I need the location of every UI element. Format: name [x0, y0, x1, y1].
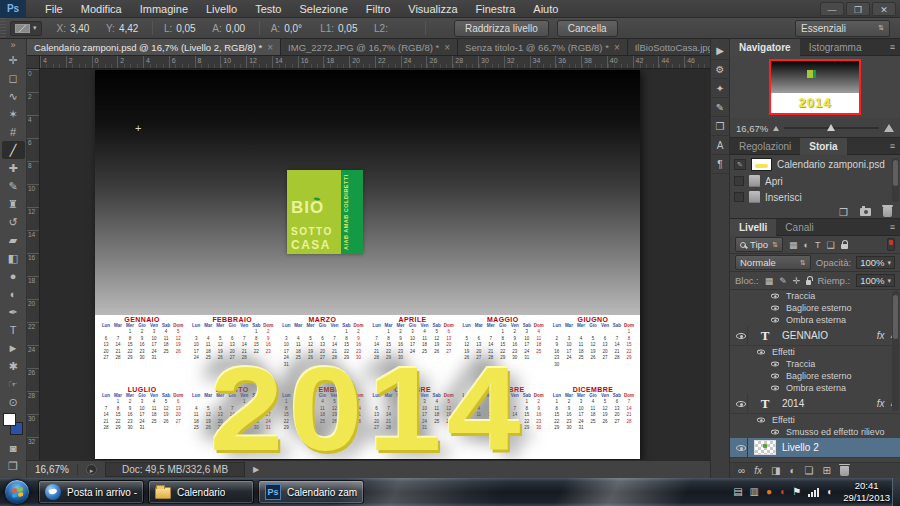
pen-tool[interactable]: ✒ — [2, 303, 25, 321]
menu-livello[interactable]: Livello — [197, 1, 246, 17]
history-source-checkbox[interactable] — [734, 176, 744, 186]
tab-istogramma[interactable]: Istogramma — [800, 39, 871, 56]
lock-pixels-icon[interactable]: ✎ — [779, 276, 787, 286]
layer-effects-badge[interactable]: fx — [877, 330, 885, 341]
magic-wand-tool[interactable]: ✶ — [2, 105, 25, 123]
zoom-slider[interactable] — [784, 127, 879, 129]
status-menu-icon[interactable]: ▸ — [86, 464, 97, 475]
layer-style-fx-icon[interactable]: fx — [754, 465, 762, 476]
zoom-slider-thumb[interactable] — [827, 124, 835, 131]
tray-app-orange-icon[interactable]: ● — [766, 487, 772, 497]
tab-livelli[interactable]: Livelli — [730, 219, 776, 236]
move-tool[interactable]: ✛ — [2, 51, 25, 69]
menu-immagine[interactable]: Immagine — [131, 1, 197, 17]
new-group-icon[interactable]: ❏ — [804, 465, 813, 476]
shape-tool[interactable]: ✱ — [2, 357, 25, 375]
clone-stamp-tool[interactable]: ♜ — [2, 195, 25, 213]
menu-selezione[interactable]: Selezione — [290, 1, 356, 17]
tray-network-bars-icon[interactable] — [808, 487, 819, 497]
character-panel-icon[interactable]: A — [711, 136, 729, 155]
layer-effects-badge[interactable]: fx — [877, 398, 885, 409]
tab-storia[interactable]: Storia — [800, 138, 846, 155]
visibility-eye-icon[interactable] — [771, 362, 779, 367]
visibility-eye-icon[interactable] — [736, 333, 746, 339]
visibility-eye-icon[interactable] — [771, 430, 779, 435]
adjustment-layer-icon[interactable]: ◐ — [789, 465, 795, 476]
crop-tool[interactable]: # — [2, 123, 25, 141]
history-state-row[interactable]: Apri — [730, 173, 900, 189]
foreground-color-swatch[interactable] — [3, 413, 16, 426]
visibility-eye-icon[interactable] — [771, 306, 779, 311]
tab-canali[interactable]: Canali — [776, 219, 822, 236]
visibility-eye-icon[interactable] — [771, 318, 779, 323]
menu-modifica[interactable]: Modifica — [72, 1, 131, 17]
delete-state-trash-icon[interactable] — [883, 207, 892, 217]
minimize-button[interactable]: — — [820, 2, 844, 16]
menu-visualizza[interactable]: Visualizza — [399, 1, 466, 17]
brush-panel-icon[interactable]: ✎ — [711, 98, 729, 117]
dodge-tool[interactable]: ◐ — [2, 285, 25, 303]
ruler-corner[interactable] — [27, 56, 40, 69]
show-desktop-button[interactable] — [892, 478, 900, 506]
close-button[interactable]: ✕ — [872, 2, 896, 16]
opacity-field[interactable]: 100% ▾ — [856, 256, 895, 269]
raddrizza-livello-button[interactable]: Raddrizza livello — [454, 20, 549, 37]
taskbar-clock[interactable]: 20:41 29/11/2013 — [843, 480, 890, 505]
menu-file[interactable]: File — [36, 1, 72, 17]
document[interactable]: BIO SOTTO CASA AIAB AMAB COLDIRETTI + GE… — [95, 70, 640, 459]
history-brush-source-icon[interactable]: ✎ — [734, 159, 746, 170]
status-arrow-icon[interactable]: ▶ — [253, 465, 259, 474]
menu-filtro[interactable]: Filtro — [357, 1, 399, 17]
history-snapshot-row[interactable]: ✎ Calendario zamponi.psd — [730, 155, 900, 173]
document-tab[interactable]: IMG_2272.JPG @ 16,7% (RGB/8) *× — [281, 39, 458, 55]
gradient-tool[interactable]: ◧ — [2, 249, 25, 267]
visibility-eye-icon[interactable] — [736, 401, 746, 407]
navigator-zoom-value[interactable]: 16,67% — [736, 123, 768, 134]
tray-action-center-flag-icon[interactable]: ⚑ — [792, 487, 801, 497]
quick-mask-icon[interactable]: ◙ — [2, 439, 25, 457]
zoom-out-icon[interactable] — [773, 126, 779, 131]
hand-tool[interactable]: ☞ — [2, 375, 25, 393]
scrollbar-thumb[interactable] — [893, 295, 898, 339]
history-brush-tool[interactable]: ↺ — [2, 213, 25, 231]
lock-transparency-icon[interactable]: ▦ — [765, 276, 774, 286]
close-icon[interactable]: × — [614, 42, 620, 53]
layer-effect-row[interactable]: Bagliore esterno — [730, 302, 900, 314]
filter-smart-object-icon[interactable] — [841, 244, 848, 249]
paragraph-panel-icon[interactable]: ¶ — [711, 155, 729, 174]
tray-app-icon-2[interactable]: ▥ — [750, 487, 759, 497]
effects-header-row[interactable]: Effetti — [730, 414, 900, 426]
photoshop-logo-icon[interactable]: Ps — [0, 0, 26, 18]
lock-all-icon[interactable] — [806, 280, 811, 285]
taskbar-folder-button[interactable]: Calendario — [148, 480, 254, 504]
type-tool[interactable]: T — [2, 321, 25, 339]
panel-menu-icon[interactable]: ≡ — [890, 141, 895, 151]
styles-panel-icon[interactable]: ✦ — [711, 79, 729, 98]
layer-row[interactable]: T2014fx▴ — [730, 394, 900, 414]
ruler-tool[interactable]: ╱ — [2, 141, 25, 159]
filter-type-select[interactable]: Tipo ⇅ — [735, 237, 783, 252]
marquee-tool[interactable]: ◻ — [2, 69, 25, 87]
blend-mode-select[interactable]: Normale ⇅ — [735, 255, 811, 270]
layer-row[interactable]: TGENNAIOfx▴ — [730, 326, 900, 346]
new-snapshot-camera-icon[interactable] — [860, 208, 871, 216]
document-tab[interactable]: Calendario zamponi.psd @ 16,7% (Livello … — [27, 39, 281, 55]
layer-effect-row[interactable]: Bagliore esterno — [730, 370, 900, 382]
screen-mode-icon[interactable]: ❐ — [2, 457, 25, 475]
new-layer-icon[interactable]: ⊞ — [822, 465, 830, 476]
layer-effect-row[interactable]: Ombra esterna — [730, 314, 900, 326]
visibility-eye-icon[interactable] — [771, 386, 779, 391]
menu-finestra[interactable]: Finestra — [467, 1, 525, 17]
vertical-ruler[interactable]: 02468101214161820222426283032 — [27, 69, 40, 460]
navigator-thumbnail[interactable]: 2014 — [769, 59, 861, 115]
filter-pixel-layers-icon[interactable]: ▦ — [789, 240, 798, 250]
filter-toggle-switch[interactable] — [887, 238, 895, 251]
visibility-eye-icon[interactable] — [771, 294, 779, 299]
layer-effect-row[interactable]: Traccia — [730, 290, 900, 302]
visibility-eye-icon[interactable] — [771, 374, 779, 379]
layer-effect-row[interactable]: Traccia — [730, 358, 900, 370]
toolbar-collapse-icon[interactable]: » — [10, 39, 15, 51]
eraser-tool[interactable]: ▰ — [2, 231, 25, 249]
history-state-row[interactable]: Inserisci — [730, 189, 900, 205]
history-scrollbar[interactable] — [892, 158, 899, 202]
